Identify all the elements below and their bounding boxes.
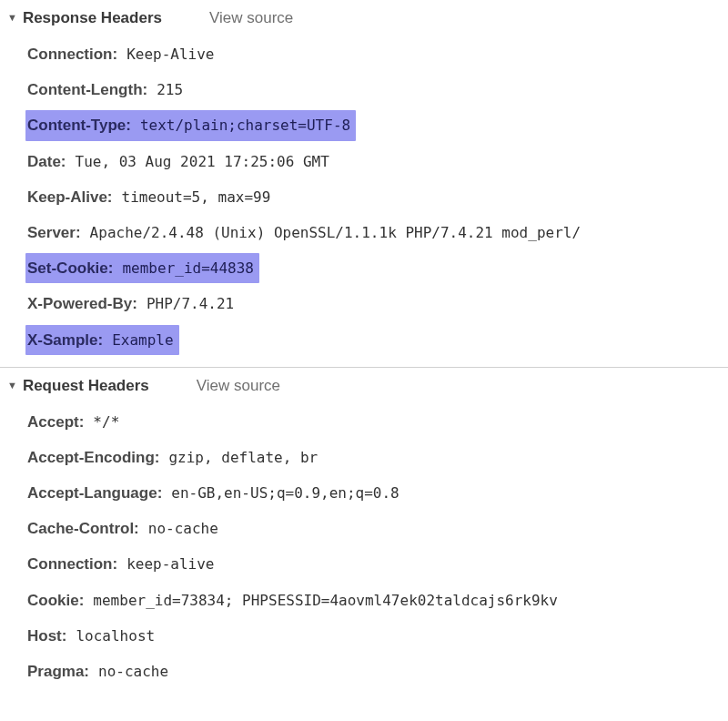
header-value: keep-alive [126,553,214,576]
header-value: no-cache [98,660,168,684]
header-name: Server: [27,220,81,245]
header-name: Date: [27,149,66,174]
header-value: en-GB,en-US;q=0.9,en;q=0.8 [171,482,399,505]
header-value: 215 [157,78,183,102]
header-value: timeout=5, max=99 [122,186,271,209]
header-name: Accept-Encoding: [27,445,159,470]
header-row[interactable]: Connection:keep-alive [27,546,728,582]
header-name: X-Sample: [27,328,103,352]
header-value: */* [93,411,119,434]
header-row[interactable]: Set-Cookie:member_id=44838 [25,253,259,283]
header-row[interactable]: Content-Length:215 [27,72,728,107]
header-row[interactable]: Accept-Language:en-GB,en-US;q=0.9,en;q=0… [27,475,728,511]
header-row[interactable]: Accept-Encoding:gzip, deflate, br [27,440,728,475]
header-value: Apache/2.4.48 (Unix) OpenSSL/1.1.1k PHP/… [90,221,581,245]
header-name: Connection: [27,42,117,66]
header-row[interactable]: X-Powered-By:PHP/7.4.21 [27,286,728,321]
header-name: X-Powered-By: [27,291,137,316]
header-row[interactable]: Date:Tue, 03 Aug 2021 17:25:06 GMT [27,144,728,179]
header-name: Cache-Control: [27,516,139,541]
header-row[interactable]: X-Sample:Example [25,325,179,355]
header-row[interactable]: Pragma:no-cache [27,654,728,689]
response-headers-toggle[interactable]: ▼ Response Headers View source [0,5,728,36]
header-row[interactable]: Cookie:member_id=73834; PHPSESSID=4aovml… [27,583,728,618]
header-row[interactable]: Server:Apache/2.4.48 (Unix) OpenSSL/1.1.… [27,215,728,250]
header-name: Pragma: [27,659,89,684]
collapse-triangle-icon: ▼ [7,380,17,391]
request-headers-list: Accept:*/*Accept-Encoding:gzip, deflate,… [0,404,728,690]
header-value: no-cache [148,517,218,541]
response-headers-title: Response Headers [23,9,162,27]
header-value: Tue, 03 Aug 2021 17:25:06 GMT [76,150,329,174]
header-value: Example [112,329,173,352]
request-headers-title: Request Headers [23,377,149,395]
header-value: PHP/7.4.21 [147,292,234,316]
header-name: Accept-Language: [27,481,162,505]
header-value: Keep-Alive [126,43,214,66]
view-source-link[interactable]: View source [209,9,293,27]
header-value: member_id=73834; PHPSESSID=4aovml47ek02t… [93,589,558,613]
collapse-triangle-icon: ▼ [7,12,17,23]
response-headers-section: ▼ Response Headers View source Connectio… [0,0,728,367]
header-name: Keep-Alive: [27,185,113,209]
header-row[interactable]: Cache-Control:no-cache [27,511,728,546]
header-row[interactable]: Accept:*/* [27,404,728,440]
request-headers-toggle[interactable]: ▼ Request Headers View source [0,373,728,404]
header-value: localhost [76,625,155,648]
header-name: Set-Cookie: [27,256,113,280]
header-name: Connection: [27,552,117,576]
header-row[interactable]: Content-Type:text/plain;charset=UTF-8 [25,110,356,140]
header-name: Accept: [27,410,84,434]
header-name: Content-Type: [27,113,131,137]
header-row[interactable]: Host:localhost [27,618,728,654]
header-value: gzip, deflate, br [168,446,318,470]
header-row[interactable]: Keep-Alive:timeout=5, max=99 [27,179,728,215]
header-value: text/plain;charset=UTF-8 [140,114,350,137]
header-name: Host: [27,624,66,648]
response-headers-list: Connection:Keep-AliveContent-Length:215C… [0,36,728,358]
header-name: Cookie: [27,588,84,613]
header-name: Content-Length: [27,77,147,102]
request-headers-section: ▼ Request Headers View source Accept:*/*… [0,367,728,699]
header-row[interactable]: Connection:Keep-Alive [27,36,728,72]
header-value: member_id=44838 [122,257,254,280]
view-source-link[interactable]: View source [197,377,280,395]
